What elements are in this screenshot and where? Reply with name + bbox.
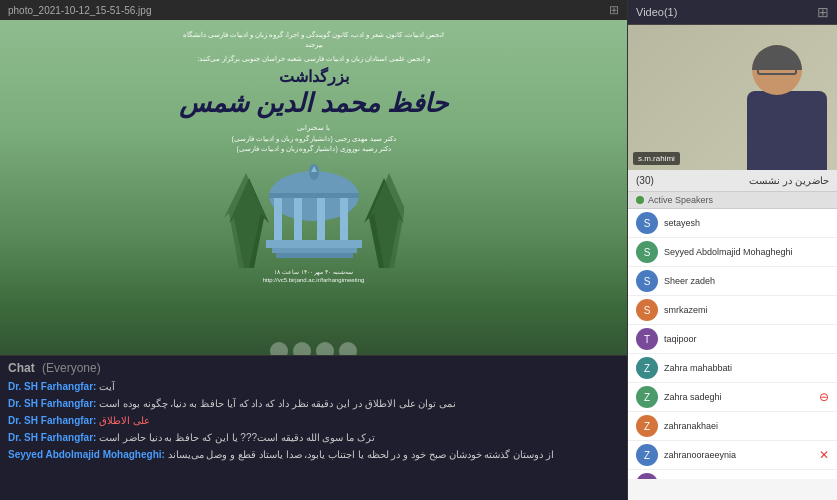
main-container: photo_2021-10-12_15-51-56.jpg ⊞ انجمن اد…: [0, 0, 837, 500]
participants-header: (30) حاضرین در نشست: [628, 170, 837, 192]
event-label: با سخنرانی: [231, 123, 395, 134]
person-head: [752, 45, 802, 95]
list-item[interactable]: S Sheer zadeh: [628, 267, 837, 296]
list-item[interactable]: ب بود احمد: [628, 470, 837, 479]
svg-rect-10: [340, 198, 348, 243]
logos-row: [270, 342, 357, 355]
chat-messages: Dr. SH Farhangfar: آیت Dr. SH Farhangfar…: [8, 380, 619, 465]
participant-name: setayesh: [664, 218, 829, 228]
svg-rect-12: [272, 248, 357, 253]
participant-name: zahranooraeeynia: [664, 450, 813, 460]
person-body: [747, 91, 827, 170]
participant-avatar: Z: [636, 415, 658, 437]
participants-panel: (30) حاضرین در نشست Active Speakers S se…: [628, 170, 837, 500]
svg-rect-8: [294, 198, 302, 243]
video-label: Video: [636, 6, 664, 18]
active-speakers-bar: Active Speakers: [628, 192, 837, 209]
poster-top-text-2: و انجمن علمی استادان زبان و ادبیات فارسی…: [197, 54, 429, 64]
participants-list: S setayesh S Seyyed Abdolmajid Mohaghegh…: [628, 209, 837, 479]
chat-message: Dr. SH Farhangfar: علی الاطلاق: [8, 414, 619, 428]
list-item[interactable]: T taqipoor: [628, 325, 837, 354]
poster-link: http://vc5.birjand.ac.ir/farhangimeeting: [263, 277, 365, 283]
participant-avatar: Z: [636, 386, 658, 408]
participant-name: zahranakhaei: [664, 421, 829, 431]
speaker1: دکتر سید مهدی رجبی (دانشیار گروه زبان و …: [231, 134, 395, 145]
speaker2: دکتر رضیه نوروزی (دانشیار گروه زبان و اد…: [231, 144, 395, 155]
list-item[interactable]: Z Zahra sadeghi ⊖: [628, 383, 837, 412]
remove-icon[interactable]: ✕: [819, 448, 829, 462]
chat-panel: Chat (Everyone) Dr. SH Farhangfar: آیت D…: [0, 355, 627, 500]
video-name-badge: s.m.rahimi: [633, 152, 680, 165]
logo-4: [339, 342, 357, 355]
svg-rect-11: [266, 240, 362, 248]
list-item[interactable]: S smrkazemi: [628, 296, 837, 325]
list-item[interactable]: Z Zahra mahabbati: [628, 354, 837, 383]
main-video-area: photo_2021-10-12_15-51-56.jpg ⊞ انجمن اد…: [0, 0, 627, 355]
participant-name: Sheer zadeh: [664, 276, 829, 286]
participants-count: (30): [636, 175, 654, 186]
participant-name: Seyyed Abdolmajid Mohagheghi: [664, 247, 829, 257]
participant-avatar: Z: [636, 357, 658, 379]
chat-message: Dr. SH Farhangfar: نمی توان علی الاطلاق …: [8, 397, 619, 411]
gazebo-illustration: [224, 158, 404, 268]
right-panel: Video (1) ⊞ s.m.rahimi (30): [627, 0, 837, 500]
mute-icon[interactable]: ⊖: [819, 390, 829, 404]
poster-date: سه‌شنبه ۳۰ مهر ۱۴۰۰ ساعت ۱۸: [274, 268, 352, 275]
list-item[interactable]: S Seyyed Abdolmajid Mohagheghi: [628, 238, 837, 267]
participant-name: taqipoor: [664, 334, 829, 344]
svg-rect-6: [269, 193, 359, 198]
poster-top-text-1: انجمن ادبیات، کانون شعر و ادب، کانون گوی…: [174, 30, 454, 50]
presentation-slide: انجمن ادبیات، کانون شعر و ادب، کانون گوی…: [0, 20, 627, 355]
video-person: s.m.rahimi: [628, 25, 837, 170]
left-panel: photo_2021-10-12_15-51-56.jpg ⊞ انجمن اد…: [0, 0, 627, 500]
participant-avatar: ب: [636, 473, 658, 479]
participant-avatar: S: [636, 299, 658, 321]
poster-main-title: بزرگداشت: [279, 67, 349, 86]
svg-rect-7: [274, 198, 282, 243]
video-count: (1): [664, 6, 677, 18]
main-video-title: photo_2021-10-12_15-51-56.jpg: [8, 5, 151, 16]
participant-name: Zahra sadeghi: [664, 392, 813, 402]
logo-1: [270, 342, 288, 355]
chat-message: Dr. SH Farhangfar: ترک ما سوی الله دقیقه…: [8, 431, 619, 445]
chat-message: Dr. SH Farhangfar: آیت: [8, 380, 619, 394]
participant-avatar: S: [636, 212, 658, 234]
list-item[interactable]: S setayesh: [628, 209, 837, 238]
participant-name: Zahra mahabbati: [664, 363, 829, 373]
logo-2: [293, 342, 311, 355]
svg-rect-13: [276, 253, 353, 258]
list-item[interactable]: Z zahranooraeeynia ✕: [628, 441, 837, 470]
participant-avatar: S: [636, 270, 658, 292]
video-section-header: Video (1) ⊞: [628, 0, 837, 25]
expand-icon[interactable]: ⊞: [609, 3, 619, 17]
chat-audience: (Everyone): [42, 361, 101, 375]
poster-speakers: با سخنرانی دکتر سید مهدی رجبی (دانشیار گ…: [231, 123, 395, 155]
participant-avatar: T: [636, 328, 658, 350]
active-speakers-label: Active Speakers: [648, 195, 713, 205]
participant-name: smrkazemi: [664, 305, 829, 315]
speaker-dot: [636, 196, 644, 204]
chat-message: Seyyed Abdolmajid Mohagheghi: از دوستان …: [8, 448, 619, 462]
logo-3: [316, 342, 334, 355]
video-expand-icon[interactable]: ⊞: [817, 4, 829, 20]
participant-avatar: Z: [636, 444, 658, 466]
participants-title: حاضرین در نشست: [749, 175, 829, 186]
list-item[interactable]: Z zahranakhaei: [628, 412, 837, 441]
svg-rect-9: [317, 198, 325, 243]
chat-header: Chat (Everyone): [8, 361, 619, 375]
poster-hafez-title: حافظ محمد الدین شمس: [179, 88, 448, 119]
participant-avatar: S: [636, 241, 658, 263]
